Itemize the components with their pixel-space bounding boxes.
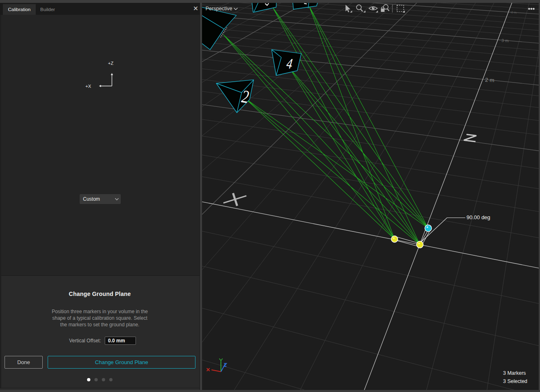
svg-text:3 Markers: 3 Markers [503, 370, 526, 376]
svg-text:3 Selected: 3 Selected [503, 378, 527, 384]
svg-text:+X: +X [85, 84, 91, 89]
svg-text:3 m: 3 m [501, 38, 509, 43]
svg-text:90.00 deg: 90.00 deg [466, 214, 490, 220]
svg-text:Perspective: Perspective [206, 6, 232, 11]
svg-text:+Z: +Z [108, 61, 113, 66]
svg-text:4 m: 4 m [511, 10, 517, 15]
svg-text:2 m: 2 m [485, 77, 494, 83]
